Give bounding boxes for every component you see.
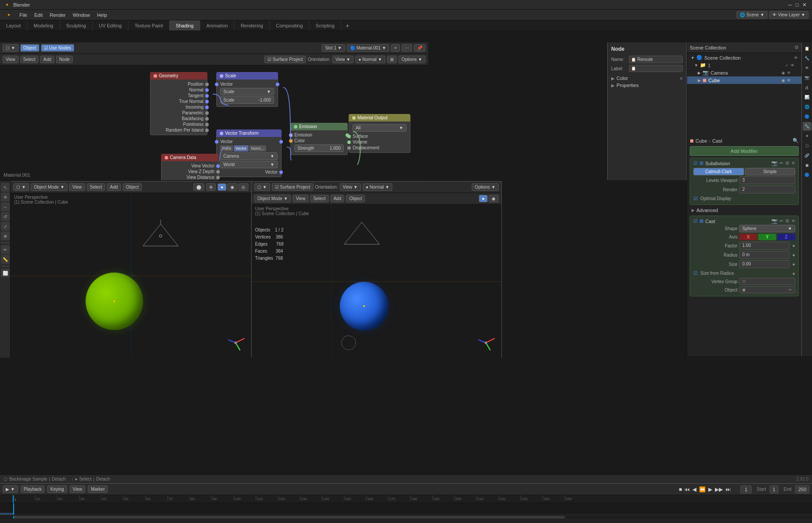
subdiv-levels-field[interactable]: 3 (739, 176, 795, 184)
cam-restrict-render[interactable]: ◉ (782, 71, 785, 75)
tool-move[interactable]: ↔ (1, 202, 10, 211)
tl-jump-start-btn[interactable]: ⏮ (684, 486, 690, 493)
socket-vt-vector-out2[interactable] (279, 171, 283, 174)
cast-delete-icon[interactable]: ✕ (791, 218, 795, 224)
tool-transform[interactable]: ⊕ (1, 231, 10, 240)
tl-play-btn[interactable]: ▶ (708, 486, 712, 493)
tool-measure[interactable]: 📏 (1, 255, 10, 264)
vr-normal-select[interactable]: ● Normal ▼ (363, 183, 393, 191)
tl-marker-btn[interactable]: Marker (88, 485, 108, 493)
prop-search-icon[interactable]: 🔍 (793, 138, 799, 144)
vl-editor-type-btn[interactable]: ⬡ ▼ (13, 183, 29, 191)
menu-window[interactable]: Window (69, 11, 94, 19)
tab-compositing[interactable]: Compositing (270, 20, 309, 30)
tl-current-frame[interactable]: 1 (741, 485, 751, 493)
simple-btn[interactable]: Simple (745, 168, 796, 175)
prop-tab-world[interactable]: 🔵 (803, 112, 812, 121)
use-nodes-check[interactable]: ☑ Use Nodes (41, 44, 74, 52)
socket-em-color-in[interactable] (289, 139, 293, 143)
subdiv-settings-icon[interactable]: ⚙ (785, 160, 789, 166)
new-material-btn[interactable]: + (391, 44, 400, 52)
vr-editor-type-btn[interactable]: ⬡ ▼ (254, 183, 270, 191)
prop-tab-view[interactable]: 👁 (803, 64, 812, 72)
cast-axis-x[interactable]: X (739, 234, 757, 240)
vl-add-btn[interactable]: Add (107, 183, 121, 191)
vl-gizmo-btn[interactable]: ⊕ (206, 183, 216, 191)
cast-factor-dot[interactable]: ● (792, 243, 795, 248)
options-btn[interactable]: Options ▼ (398, 56, 425, 63)
socket-mo-volume[interactable] (347, 140, 351, 144)
node-color-section[interactable]: ▶ Color ≡ (611, 76, 683, 81)
prop-tab-tool[interactable]: 🔧 (803, 54, 812, 63)
normal-select[interactable]: ● Normal ▼ (355, 56, 385, 63)
socket-scale-vector-out[interactable] (276, 83, 279, 86)
socket-incoming-out[interactable] (205, 106, 209, 109)
socket-normal-out[interactable] (205, 88, 209, 92)
select-btn-node[interactable]: Select (20, 56, 39, 63)
cast-sfr-dot[interactable]: ● (792, 271, 795, 276)
cast-vg-field[interactable]: ⊡ (739, 278, 795, 285)
timeline-track[interactable] (0, 503, 812, 515)
editor-type-btn[interactable]: ⬡ ▼ (3, 44, 19, 52)
vr-add-btn[interactable]: Add (331, 195, 345, 202)
close-btn[interactable]: ✕ (802, 2, 807, 8)
vr-select-btn[interactable]: Select (310, 195, 329, 202)
outliner-filter-btn[interactable]: ⚙ (794, 45, 799, 50)
subdiv-cam-icon[interactable]: 📷 (771, 160, 778, 166)
socket-mo-surface[interactable] (347, 135, 351, 138)
scale-type-select[interactable]: Scale ▼ (220, 88, 274, 95)
prop-tab-item[interactable]: 📋 (803, 44, 812, 53)
socket-cd-viewz[interactable] (216, 170, 220, 174)
cube-eye[interactable]: 👁 (787, 78, 791, 83)
vl-render-btn[interactable]: ◎ (238, 183, 248, 191)
cast-shape-select[interactable]: Sphere ▼ (739, 225, 795, 232)
subdiv-check[interactable]: ☑ (693, 160, 698, 166)
socket-vt-out[interactable] (279, 140, 283, 144)
orientation-select[interactable]: View ▼ (332, 56, 353, 63)
prop-tab-particles[interactable]: ✦ (803, 132, 812, 140)
tl-start-value[interactable]: 1 (770, 485, 778, 493)
prop-tab-modifier[interactable]: 🔧 (803, 122, 812, 131)
menu-blender[interactable]: 🔸 (2, 11, 16, 19)
node-btn[interactable]: Node (56, 56, 73, 63)
socket-tangent-out[interactable] (205, 94, 209, 98)
object-data-btn[interactable]: Object (20, 44, 39, 52)
outliner-collection-1[interactable]: ▼ 📁 1 ✓ 👁 (687, 61, 801, 69)
tab-uv-editing[interactable]: UV Editing (93, 20, 128, 30)
node-properties-section[interactable]: ▶ Properties (611, 83, 683, 88)
cast-cam-icon[interactable]: 📷 (771, 218, 778, 224)
tl-stop-btn[interactable]: ■ (679, 486, 682, 493)
tool-annotate[interactable]: ✏ (1, 245, 10, 254)
socket-parametric-out[interactable] (205, 111, 209, 115)
coll-check[interactable]: ✓ (785, 63, 789, 68)
subdiv-delete-icon[interactable]: ✕ (791, 160, 795, 166)
tl-end-value[interactable]: 250 (795, 485, 809, 493)
cube-restrict[interactable]: ◉ (782, 78, 785, 83)
node-label-field[interactable]: 📋 (629, 65, 683, 72)
vl-overlay-btn[interactable]: ⬤ (193, 183, 204, 191)
snap-btn[interactable]: ⊞ (387, 56, 397, 63)
menu-edit[interactable]: Edit (31, 11, 46, 19)
prop-tab-vl[interactable]: 📊 (803, 93, 812, 102)
view-layer-selector[interactable]: 👁 View Layer ▼ (769, 11, 808, 19)
vt-point-btn[interactable]: Point (220, 145, 233, 152)
menu-help[interactable]: Help (94, 11, 111, 19)
socket-mo-displacement[interactable] (347, 146, 351, 150)
cast-size-dot[interactable]: ● (792, 262, 795, 267)
socket-truenormal-out[interactable] (205, 100, 209, 103)
prop-tab-physics[interactable]: ⬡ (803, 141, 812, 150)
tl-next-frame-btn[interactable]: ▶▶ (715, 486, 723, 493)
vt-camera-select[interactable]: Camera ▼ (220, 152, 278, 160)
menu-file[interactable]: File (16, 11, 31, 19)
cam-eye[interactable]: 👁 (787, 71, 791, 75)
socket-position-out[interactable] (205, 83, 209, 86)
subdiv-render-field[interactable]: 2 (739, 186, 795, 193)
vl-solid-btn[interactable]: ● (218, 183, 226, 191)
tool-cursor[interactable]: ✛ (1, 193, 10, 201)
node-name-field[interactable]: 📋 Reroute (629, 56, 683, 63)
vr-options-btn[interactable]: Options ▼ (472, 183, 499, 191)
vt-vector-btn[interactable]: Vector (234, 145, 249, 152)
socket-backfacing-out[interactable] (205, 117, 209, 121)
vr-solid-btn[interactable]: ● (479, 195, 488, 202)
vr-mat-btn[interactable]: ◉ (489, 195, 499, 202)
